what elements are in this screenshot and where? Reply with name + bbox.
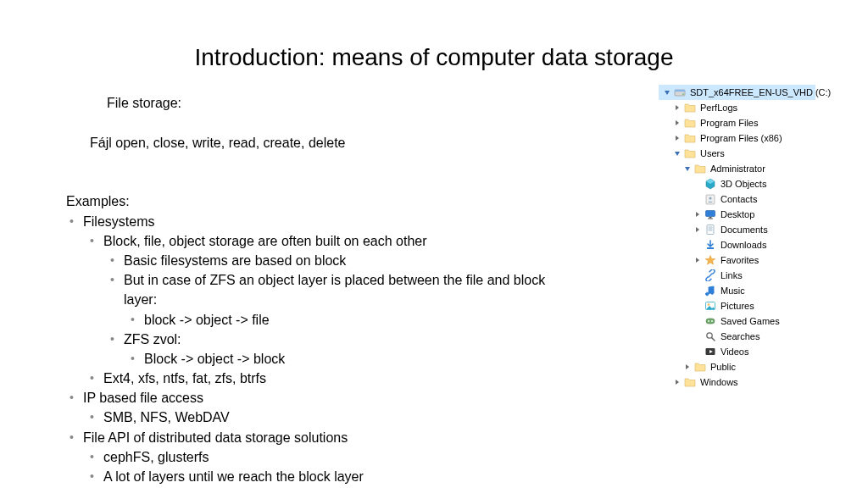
folder-icon — [684, 117, 696, 129]
tree-item[interactable]: PerfLogs — [659, 100, 815, 115]
tree-item[interactable]: Downloads — [659, 237, 815, 252]
videos-icon — [704, 346, 716, 358]
bullet-list: block -> object -> file — [124, 310, 558, 330]
tree-item-label: Program Files (x86) — [700, 134, 782, 143]
links-icon — [704, 269, 716, 281]
folder-icon — [684, 132, 696, 144]
bullet-list: Filesystems Block, file, object storage … — [66, 212, 558, 487]
slide: Introduction: means of computer data sto… — [0, 0, 868, 488]
bullet-list: SMB, NFS, WebDAV — [83, 408, 558, 427]
tree-item-label: Administrator — [710, 164, 765, 174]
tree-item-label: Searches — [721, 332, 760, 341]
tree-item[interactable]: Administrator — [659, 161, 815, 176]
folder-icon — [694, 163, 706, 175]
3dobj-icon — [704, 178, 716, 190]
bullet-list: Basic filesystems are based on block But… — [103, 251, 558, 369]
tree-item-label: Downloads — [721, 241, 766, 250]
chevron-right-icon[interactable] — [673, 134, 682, 142]
tree-item[interactable]: SDT_x64FREE_EN-US_VHD (C:) — [659, 85, 815, 100]
tree-item-label: 3D Objects — [721, 180, 766, 189]
chevron-right-icon[interactable] — [673, 119, 682, 127]
tree-item[interactable]: Favorites — [659, 252, 815, 268]
chevron-right-icon[interactable] — [673, 103, 682, 112]
tree-item-label: Program Files — [700, 119, 758, 128]
tree-item-label: Links — [721, 271, 743, 280]
list-item: A lot of layers until we reach the block… — [103, 467, 558, 486]
games-icon — [704, 315, 716, 327]
chevron-down-icon[interactable] — [683, 164, 692, 173]
list-item: File API of distributed data storage sol… — [83, 428, 558, 447]
folder-icon — [684, 376, 696, 388]
tree-item-label: Videos — [721, 347, 748, 357]
examples-heading: Examples: — [66, 191, 558, 211]
drive-icon — [674, 86, 686, 98]
tree-item-label: Saved Games — [721, 317, 780, 326]
slide-body: File storage: Fájl open, close, write, r… — [66, 93, 558, 486]
tree-item-label: Public — [710, 363, 736, 372]
tree-item-label: Music — [721, 286, 745, 296]
list-item: block -> object -> file — [144, 310, 558, 330]
list-item: Basic filesystems are based on block — [124, 251, 558, 270]
tree-item[interactable]: Music — [659, 283, 815, 298]
tree-item[interactable]: Public — [659, 359, 815, 374]
list-item: SMB, NFS, WebDAV — [103, 408, 558, 427]
folder-icon — [684, 102, 696, 114]
tree-item-label: PerfLogs — [700, 103, 737, 113]
tree-item[interactable]: Contacts — [659, 191, 815, 207]
chevron-down-icon[interactable] — [673, 149, 682, 158]
slide-title: Introduction: means of computer data sto… — [0, 44, 868, 71]
list-item: But in case of ZFS an object layer is pl… — [124, 270, 558, 309]
list-item: ZFS zvol: — [124, 330, 558, 349]
searches-icon — [704, 330, 716, 342]
list-item: Block -> object -> block — [144, 349, 558, 369]
chevron-right-icon[interactable] — [693, 225, 702, 234]
tree-item[interactable]: Links — [659, 268, 815, 283]
tree-item[interactable]: 3D Objects — [659, 176, 815, 191]
tree-item-label: Windows — [700, 378, 738, 387]
tree-item-label: Contacts — [721, 195, 757, 204]
desktop-icon — [704, 208, 716, 220]
tree-item[interactable]: Searches — [659, 329, 815, 344]
tree-item[interactable]: Program Files (x86) — [659, 130, 815, 146]
list-item: IP based file access — [83, 388, 558, 408]
chevron-down-icon[interactable] — [663, 88, 671, 97]
list-item: cephFS, glusterfs — [103, 447, 558, 467]
tree-item[interactable]: Saved Games — [659, 313, 815, 329]
favorites-icon — [704, 254, 716, 266]
chevron-right-icon[interactable] — [693, 256, 702, 264]
downloads-icon — [704, 239, 716, 251]
contacts-icon — [704, 193, 716, 205]
file-tree: SDT_x64FREE_EN-US_VHD (C:)PerfLogsProgra… — [659, 85, 815, 390]
chevron-right-icon[interactable] — [673, 378, 682, 386]
tree-item-label: Users — [700, 149, 725, 158]
bullet-list: cephFS, glusterfs A lot of layers until … — [83, 447, 558, 486]
chevron-right-icon[interactable] — [693, 210, 702, 219]
folder-icon — [684, 147, 696, 159]
file-storage-heading: File storage: — [107, 93, 558, 113]
tree-item-label: Pictures — [721, 302, 754, 311]
file-operations-line: Fájl open, close, write, read, create, d… — [90, 133, 558, 152]
tree-item[interactable]: Pictures — [659, 298, 815, 313]
music-icon — [704, 285, 716, 297]
list-item: Ext4, xfs, ntfs, fat, zfs, btrfs — [103, 369, 558, 388]
bullet-list: Block -> object -> block — [124, 349, 558, 369]
tree-item-label: Desktop — [721, 210, 754, 219]
list-item: Filesystems — [83, 212, 558, 231]
documents-icon — [704, 224, 716, 236]
tree-item[interactable]: Program Files — [659, 115, 815, 130]
tree-item[interactable]: Users — [659, 146, 815, 161]
tree-item[interactable]: Videos — [659, 344, 815, 359]
tree-item[interactable]: Documents — [659, 222, 815, 237]
tree-item-label: Favorites — [721, 256, 759, 265]
tree-item-label: Documents — [721, 225, 768, 235]
pictures-icon — [704, 300, 716, 312]
folder-icon — [694, 361, 706, 373]
tree-item[interactable]: Windows — [659, 374, 815, 390]
bullet-list: Block, file, object storage are often bu… — [83, 231, 558, 389]
list-item: Block, file, object storage are often bu… — [103, 231, 558, 251]
tree-item-label: SDT_x64FREE_EN-US_VHD (C:) — [690, 88, 831, 97]
chevron-right-icon[interactable] — [683, 363, 692, 371]
tree-item[interactable]: Desktop — [659, 207, 815, 222]
